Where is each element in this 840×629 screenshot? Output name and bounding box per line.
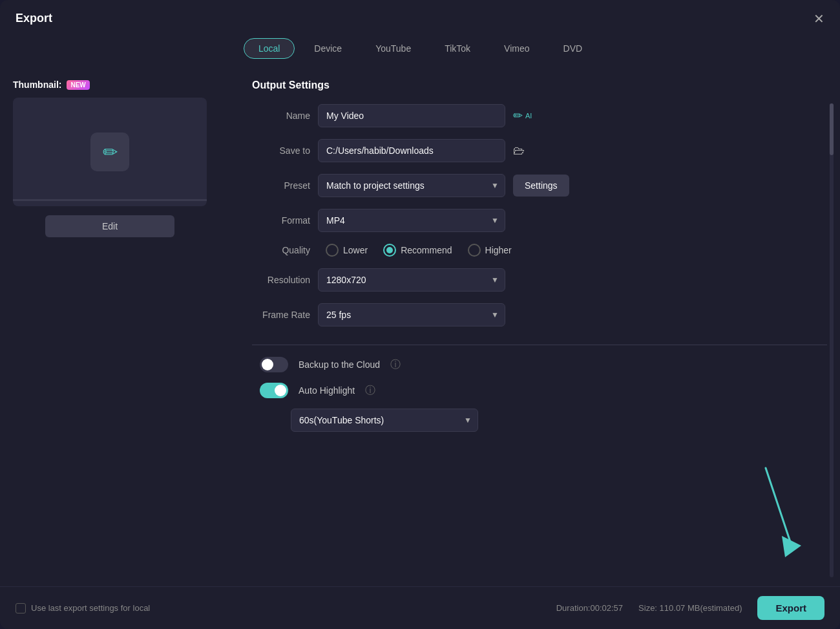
- ai-icon: ✏: [513, 109, 523, 123]
- format-select-wrapper: MP4 ▼: [318, 209, 505, 232]
- quality-recommend[interactable]: Recommend: [383, 244, 452, 257]
- quality-row: Quality Lower Recommend Higher: [252, 244, 827, 257]
- quality-radio-group: Lower Recommend Higher: [326, 244, 512, 257]
- backup-cloud-knob: [262, 359, 273, 370]
- quality-lower-label: Lower: [343, 245, 368, 255]
- save-to-row: Save to 🗁: [252, 139, 827, 162]
- ai-label: AI: [525, 112, 532, 120]
- edit-button[interactable]: Edit: [45, 215, 174, 237]
- content-area: Thumbnail: NEW ✏ Edit Output Settings Na…: [0, 69, 840, 586]
- auto-highlight-knob: [275, 385, 286, 396]
- divider: [252, 345, 827, 345]
- save-to-input[interactable]: [318, 139, 505, 162]
- duration-text: Duration:00:02:57: [556, 603, 623, 613]
- frame-rate-label: Frame Rate: [252, 310, 310, 320]
- resolution-select[interactable]: 1280x720: [318, 268, 505, 292]
- save-to-label: Save to: [252, 145, 310, 156]
- format-select[interactable]: MP4: [318, 209, 505, 232]
- quality-higher[interactable]: Higher: [468, 244, 512, 257]
- tab-dvd[interactable]: DVD: [549, 38, 597, 59]
- resolution-row: Resolution 1280x720 ▼: [252, 268, 827, 292]
- thumbnail-icon: ✏: [90, 133, 129, 171]
- title-bar: Export ✕: [0, 0, 840, 33]
- section-title: Output Settings: [252, 80, 827, 91]
- frame-rate-select-wrapper: 25 fps ▼: [318, 303, 505, 326]
- footer-info: Duration:00:02:57 Size: 110.07 MB(estima…: [556, 596, 824, 620]
- thumbnail-label: Thumbnail: NEW: [13, 80, 233, 90]
- format-label: Format: [252, 215, 310, 226]
- quality-lower-circle: [326, 244, 339, 257]
- preset-row: Preset Match to project settings ▼ Setti…: [252, 174, 827, 197]
- tab-bar: Local Device YouTube TikTok Vimeo DVD: [0, 33, 840, 69]
- quality-label: Quality: [252, 245, 310, 255]
- left-panel: Thumbnail: NEW ✏ Edit: [13, 69, 233, 586]
- tab-local[interactable]: Local: [244, 38, 295, 59]
- backup-cloud-label: Backup to the Cloud: [299, 359, 380, 370]
- preset-label: Preset: [252, 180, 310, 191]
- new-badge: NEW: [67, 80, 89, 90]
- frame-rate-select[interactable]: 25 fps: [318, 303, 505, 326]
- export-button[interactable]: Export: [757, 596, 824, 620]
- highlight-duration-select[interactable]: 60s(YouTube Shorts): [291, 409, 478, 432]
- auto-highlight-toggle[interactable]: [260, 383, 288, 398]
- thumbnail-label-text: Thumbnail:: [13, 80, 61, 90]
- auto-highlight-help-icon[interactable]: ⓘ: [365, 384, 375, 398]
- scrollbar-thumb[interactable]: [830, 103, 834, 155]
- resolution-label: Resolution: [252, 275, 310, 285]
- quality-recommend-inner: [386, 247, 393, 253]
- use-last-checkbox[interactable]: [16, 603, 26, 613]
- name-row: Name ✏ AI: [252, 104, 827, 127]
- preset-select[interactable]: Match to project settings: [318, 174, 505, 197]
- name-label: Name: [252, 111, 310, 121]
- tab-youtube[interactable]: YouTube: [361, 38, 425, 59]
- folder-icon[interactable]: 🗁: [513, 144, 525, 158]
- tab-device[interactable]: Device: [300, 38, 356, 59]
- right-panel: Output Settings Name ✏ AI Save to 🗁 Pres…: [246, 69, 827, 586]
- quality-higher-circle: [468, 244, 481, 257]
- dialog-title: Export: [16, 12, 52, 25]
- settings-button[interactable]: Settings: [513, 175, 569, 197]
- frame-rate-row: Frame Rate 25 fps ▼: [252, 303, 827, 326]
- thumbnail-preview: ✏: [13, 98, 207, 206]
- preset-select-wrapper: Match to project settings ▼: [318, 174, 505, 197]
- ai-button[interactable]: ✏ AI: [513, 109, 532, 123]
- quality-higher-label: Higher: [485, 245, 512, 255]
- close-button[interactable]: ✕: [814, 12, 824, 25]
- backup-cloud-row: Backup to the Cloud ⓘ: [252, 357, 827, 372]
- name-input[interactable]: [318, 104, 505, 127]
- auto-highlight-label: Auto Highlight: [299, 385, 355, 396]
- export-dialog: Export ✕ Local Device YouTube TikTok Vim…: [0, 0, 840, 629]
- quality-recommend-label: Recommend: [401, 245, 452, 255]
- backup-help-icon[interactable]: ⓘ: [390, 358, 401, 372]
- use-last-label: Use last export settings for local: [31, 603, 150, 613]
- tab-vimeo[interactable]: Vimeo: [490, 38, 543, 59]
- auto-highlight-row: Auto Highlight ⓘ: [252, 383, 827, 398]
- footer: Use last export settings for local Durat…: [0, 586, 840, 629]
- quality-lower[interactable]: Lower: [326, 244, 368, 257]
- scrollbar-track: [830, 103, 834, 577]
- use-last-settings: Use last export settings for local: [16, 603, 150, 613]
- resolution-select-wrapper: 1280x720 ▼: [318, 268, 505, 292]
- size-text: Size: 110.07 MB(estimated): [638, 603, 742, 613]
- backup-cloud-toggle[interactable]: [260, 357, 288, 372]
- format-row: Format MP4 ▼: [252, 209, 827, 232]
- thumbnail-footer-bar: [13, 199, 207, 201]
- tab-tiktok[interactable]: TikTok: [430, 38, 485, 59]
- pencil-icon: ✏: [103, 142, 118, 163]
- quality-recommend-circle: [383, 244, 396, 257]
